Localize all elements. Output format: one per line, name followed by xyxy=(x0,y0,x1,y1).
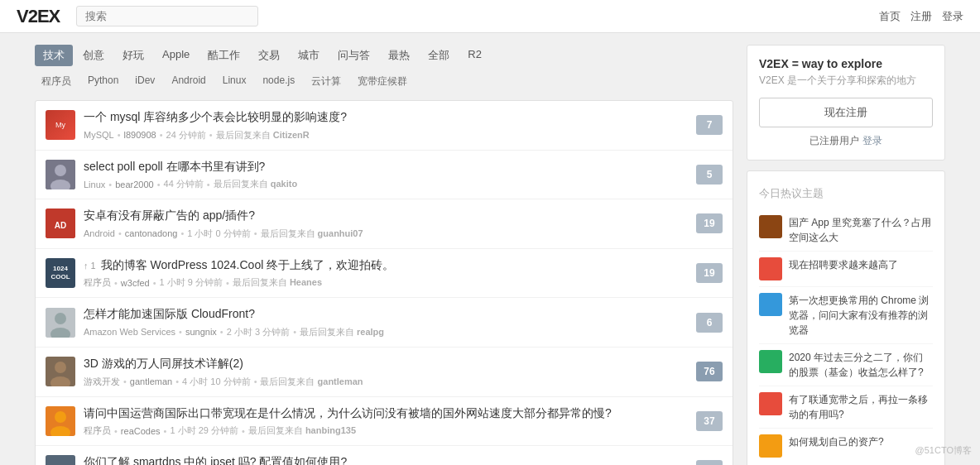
post-content: 请问中国运营商国际出口带宽现在是什么情况，为什么访问没有被墙的国外网站速度大部分… xyxy=(84,405,688,438)
tab-创意[interactable]: 创意 xyxy=(74,45,113,66)
avatar xyxy=(46,308,75,338)
post-content: 3D 游戏的万人同屏技术详解(2) 游戏开发 • gantleman • 4 小… xyxy=(84,356,688,388)
post-tag[interactable]: MySQL xyxy=(84,130,114,140)
post-title[interactable]: 一个 mysql 库容纳多少个表会比较明显的影响速度? xyxy=(84,109,688,126)
post-time: 2 小时 3 分钟前 xyxy=(227,326,290,338)
tab-sec-idev[interactable]: iDev xyxy=(128,73,161,90)
post-author: sungnix xyxy=(185,327,217,337)
post-tag[interactable]: 程序员 xyxy=(84,276,111,289)
tab-技术[interactable]: 技术 xyxy=(35,45,73,66)
table-row: 1024COOL ↑ 1 我的博客 WordPress 1024.Cool 终于… xyxy=(36,249,733,299)
tab-好玩[interactable]: 好玩 xyxy=(114,45,152,66)
svg-text:AD: AD xyxy=(55,221,66,230)
post-title[interactable]: 请问中国运营商国际出口带宽现在是什么情况，为什么访问没有被墙的国外网站速度大部分… xyxy=(84,405,688,422)
nav-login[interactable]: 登录 xyxy=(942,9,963,24)
post-tag[interactable]: 游戏开发 xyxy=(84,376,120,388)
hot-topic-thumb xyxy=(759,392,782,415)
table-row: select poll epoll 在哪本书里有讲到? Linux • bear… xyxy=(36,151,733,200)
tab-sec-程序员[interactable]: 程序员 xyxy=(35,73,78,90)
hot-topic-text[interactable]: 如何规划自己的资产? xyxy=(789,434,933,449)
sidebar: V2EX = way to explore V2EX 是一个关于分享和探索的地方… xyxy=(747,45,945,465)
post-content: 你们了解 smartdns 中的 ipset 吗? 配置值如何使用? DNS •… xyxy=(84,454,688,465)
logo: V2EX xyxy=(17,6,60,27)
post-author: bear2000 xyxy=(115,180,154,189)
svg-point-12 xyxy=(55,411,66,423)
post-author: w3cfed xyxy=(121,278,150,288)
avatar: AD xyxy=(46,209,75,238)
list-item: 现在招聘要求越来越高了 xyxy=(759,252,933,287)
post-title[interactable]: 你们了解 smartdns 中的 ipset 吗? 配置值如何使用? xyxy=(84,454,688,465)
reply-count: 76 xyxy=(696,362,723,381)
list-item: 2020 年过去三分之二了，你们的股票（基金）收益怎么样了? xyxy=(759,344,933,386)
tab-apple[interactable]: Apple xyxy=(154,45,198,66)
post-tag[interactable]: Amazon Web Services xyxy=(84,327,175,337)
svg-point-6 xyxy=(55,313,66,324)
content-area: 技术 创意 好玩 Apple 酷工作 交易 城市 问与答 最热 全部 R2 程序… xyxy=(35,45,733,465)
nav-home[interactable]: 首页 xyxy=(879,9,901,24)
table-row: DNS 你们了解 smartdns 中的 ipset 吗? 配置值如何使用? D… xyxy=(36,446,733,465)
nav-register[interactable]: 注册 xyxy=(910,9,932,24)
post-title[interactable]: 3D 游戏的万人同屏技术详解(2) xyxy=(84,356,688,372)
hot-topic-text[interactable]: 现在招聘要求越来越高了 xyxy=(789,257,933,272)
sidebar-brand-title: V2EX = way to explore xyxy=(759,57,933,70)
list-item: 如何规划自己的资产? xyxy=(759,429,933,463)
hot-topic-thumb xyxy=(759,215,782,238)
login-link[interactable]: 登录 xyxy=(862,135,882,146)
tab-城市[interactable]: 城市 xyxy=(290,45,328,66)
search-input[interactable] xyxy=(76,6,258,26)
post-content: 安卓有没有屏蔽广告的 app/插件? Android • cantonadong… xyxy=(84,208,688,240)
post-author: cantonadong xyxy=(125,228,178,238)
tab-sec-python[interactable]: Python xyxy=(81,73,125,90)
post-last-reply: 最后回复来自 guanhui07 xyxy=(261,228,363,240)
hot-topic-thumb xyxy=(759,257,782,280)
tab-酷工作[interactable]: 酷工作 xyxy=(199,45,248,66)
post-time: 4 小时 10 分钟前 xyxy=(182,376,251,388)
tab-问与答[interactable]: 问与答 xyxy=(329,45,378,66)
watermark: @51CTO博客 xyxy=(915,444,972,457)
header-nav: 首页 注册 登录 xyxy=(879,9,963,24)
table-row: AD 安卓有没有屏蔽广告的 app/插件? Android • cantonad… xyxy=(36,199,733,249)
header: V2EX 首页 注册 登录 xyxy=(0,0,980,33)
post-tag[interactable]: Linux xyxy=(84,180,105,189)
post-list: My 一个 mysql 库容纳多少个表会比较明显的影响速度? MySQL • l… xyxy=(35,100,733,465)
post-content: 一个 mysql 库容纳多少个表会比较明显的影响速度? MySQL • l890… xyxy=(84,109,688,141)
post-title[interactable]: select poll epoll 在哪本书里有讲到? xyxy=(84,159,688,175)
reply-count: 19 xyxy=(696,213,723,233)
post-tag[interactable]: 程序员 xyxy=(84,424,111,437)
post-last-reply: 最后回复来自 gantleman xyxy=(260,376,363,388)
post-title[interactable]: 安卓有没有屏蔽广告的 app/插件? xyxy=(84,208,688,224)
hot-topic-text[interactable]: 第一次想更换常用的 Chrome 浏览器，问问大家有没有推荐的浏览器 xyxy=(789,293,933,338)
avatar: DNS xyxy=(46,455,75,465)
tab-sec-linux[interactable]: Linux xyxy=(216,73,253,90)
post-meta: MySQL • l890908 • 24 分钟前 • 最后回复来自 Citize… xyxy=(84,129,688,141)
post-time: 1 小时 0 分钟前 xyxy=(187,228,250,240)
hot-topic-text[interactable]: 2020 年过去三分之二了，你们的股票（基金）收益怎么样了? xyxy=(789,350,933,380)
post-time: 1 小时 29 分钟前 xyxy=(170,424,238,437)
post-time: 44 分钟前 xyxy=(164,178,204,190)
tab-交易[interactable]: 交易 xyxy=(250,45,288,66)
post-last-reply: 最后回复来自 hanbing135 xyxy=(248,424,356,437)
table-row: 3D 游戏的万人同屏技术详解(2) 游戏开发 • gantleman • 4 小… xyxy=(36,348,733,397)
post-title[interactable]: 怎样才能加速国际版 CloudFront? xyxy=(84,306,688,323)
hot-topic-thumb xyxy=(759,293,782,316)
post-last-reply: 最后回复来自 qakito xyxy=(214,178,297,190)
post-meta: Android • cantonadong • 1 小时 0 分钟前 • 最后回… xyxy=(84,228,688,240)
tab-最热[interactable]: 最热 xyxy=(380,45,418,66)
main-container: 技术 创意 好玩 Apple 酷工作 交易 城市 问与答 最热 全部 R2 程序… xyxy=(35,33,945,465)
tab-sec-宽带症候群[interactable]: 宽带症候群 xyxy=(351,73,414,90)
tab-sec-android[interactable]: Android xyxy=(165,73,212,90)
post-meta: Amazon Web Services • sungnix • 2 小时 3 分… xyxy=(84,326,688,338)
register-button[interactable]: 现在注册 xyxy=(759,98,933,127)
post-content: ↑ 1 我的博客 WordPress 1024.Cool 终于上线了，欢迎拍砖。… xyxy=(84,257,688,290)
tabs-secondary: 程序员 Python iDev Android Linux node.js 云计… xyxy=(35,73,733,90)
post-title[interactable]: 我的博客 WordPress 1024.Cool 终于上线了，欢迎拍砖。 xyxy=(101,257,394,274)
tab-r2[interactable]: R2 xyxy=(459,45,490,66)
hot-topic-text[interactable]: 有了联通宽带之后，再拉一条移动的有用吗? xyxy=(789,392,933,422)
reply-count: 19 xyxy=(696,263,723,283)
table-row: My 一个 mysql 库容纳多少个表会比较明显的影响速度? MySQL • l… xyxy=(36,101,733,151)
tab-sec-云计算[interactable]: 云计算 xyxy=(305,73,348,90)
tab-sec-nodejs[interactable]: node.js xyxy=(256,73,301,90)
tab-全部[interactable]: 全部 xyxy=(420,45,458,66)
hot-topic-text[interactable]: 国产 App 里究竟塞了什么？占用空间这么大 xyxy=(789,215,933,245)
post-tag[interactable]: Android xyxy=(84,228,115,238)
